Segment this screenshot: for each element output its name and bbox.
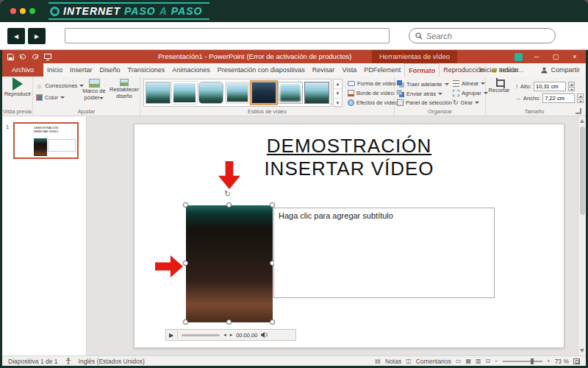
tab-formato[interactable]: Formato [404,63,440,77]
window-close-button[interactable] [10,8,16,14]
video-time: 00:00,00 [236,332,257,339]
video-style-thumbnail-selected[interactable] [251,82,276,104]
comments-button[interactable]: Comentarios [416,358,451,365]
save-icon[interactable] [7,54,14,60]
maximize-icon[interactable]: ▢ [548,50,564,63]
tab-animaciones[interactable]: Animaciones [168,63,214,77]
slide-sorter-view-icon[interactable]: ▦ [465,358,471,364]
teal-app-icon[interactable] [514,53,523,61]
corrections-button[interactable]: ☼ Correcciones [36,82,84,89]
video-border-button[interactable]: Borde de vídeo [348,90,401,96]
browser-toolbar: ◂ ▸ [0,22,588,50]
tab-insertar[interactable]: Insertar [66,63,96,77]
height-input[interactable] [534,82,566,91]
tab-diseno[interactable]: Diseño [96,63,124,77]
video-style-thumbnail[interactable] [198,82,223,104]
scroll-down-icon[interactable] [580,349,584,353]
window-zoom-button[interactable] [29,8,35,14]
reading-view-icon[interactable]: ▥ [476,358,481,364]
undo-icon[interactable] [19,54,26,60]
slide-thumbnail[interactable]: DEMOSTRACIÓN INSERTAR VÍDEO [13,122,79,159]
gallery-more-icon[interactable]: ▼ [334,99,342,108]
search-box[interactable] [409,28,556,43]
tab-archivo[interactable]: Archivo [2,63,43,77]
close-icon[interactable]: × [567,50,583,63]
fit-to-window-icon[interactable] [573,358,580,364]
video-style-thumbnail[interactable] [146,82,171,104]
tab-presentacion[interactable]: Presentación con diapositivas [214,63,309,77]
zoom-out-icon[interactable]: − [495,358,498,364]
title-textbox[interactable]: DEMOSTRACIÓN INSERTAR VÍDEO [135,135,564,180]
width-input[interactable] [542,93,575,103]
zoom-in-icon[interactable]: + [547,358,551,364]
minimize-icon[interactable]: ─ [528,50,545,63]
tab-revisar[interactable]: Revisar [309,63,339,77]
crop-button[interactable]: Recortar [486,78,512,94]
reset-design-button[interactable]: Restablecer diseño [110,79,139,99]
scroll-up-icon[interactable] [580,119,584,123]
tab-inicio[interactable]: Inicio [43,63,66,77]
notes-button[interactable]: Notas [385,358,401,365]
sign-in-button[interactable]: Iniciar sesión [479,63,518,77]
search-input[interactable] [426,32,549,40]
video-style-thumbnail[interactable] [278,82,303,104]
language-label[interactable]: Inglés (Estados Unidos) [79,358,145,365]
video-border-label: Borde de vídeo [356,90,394,96]
notes-icon: ▤ [375,358,381,364]
step-forward-button[interactable]: ▸ [230,332,233,338]
back-button[interactable]: ◂ [7,28,25,44]
height-spin-down[interactable] [568,87,575,91]
share-button[interactable]: Compartir [541,63,580,77]
tab-vista[interactable]: Vista [338,63,360,77]
video-object[interactable] [186,205,273,322]
video-progress-bar[interactable] [182,334,220,336]
volume-icon[interactable] [261,332,268,338]
subtitle-placeholder-box[interactable]: Haga clic para agregar subtítulo [273,208,495,298]
poster-frame-button[interactable]: Marco de póster [79,79,109,101]
address-bar[interactable] [65,28,390,43]
start-slideshow-icon[interactable] [44,54,51,60]
rotate-objects-button[interactable]: ↻ Girar [453,99,479,106]
size-dialog-launcher-icon[interactable] [576,108,581,114]
video-style-thumbnail[interactable] [225,82,250,104]
height-spin-up[interactable] [568,82,575,86]
send-backward-button[interactable]: Enviar atrás [397,90,442,97]
selection-handle[interactable] [270,202,275,208]
play-button[interactable]: ▶ [169,332,173,339]
forward-button[interactable]: ▸ [28,28,46,44]
selection-handle[interactable] [226,319,232,325]
bring-forward-button[interactable]: Traer adelante [397,80,449,88]
ribbon: Reproducir Vista previa ☼ Correcciones C… [2,77,586,116]
window-minimize-button[interactable] [20,8,26,14]
group-objects-button[interactable]: Agrupar [453,90,488,96]
vertical-scrollbar[interactable] [578,116,586,355]
width-spin-down[interactable] [577,99,584,103]
video-style-thumbnail[interactable] [304,82,329,104]
zoom-slider[interactable] [503,361,542,362]
gallery-up-icon[interactable]: ▲ [334,79,342,89]
tab-transiciones[interactable]: Transiciones [124,63,169,77]
redo-icon[interactable] [32,54,39,60]
selection-handle[interactable] [226,202,232,208]
selection-handle[interactable] [183,319,188,325]
zoom-slider-thumb[interactable] [531,358,534,364]
bring-forward-label: Traer adelante [406,81,442,88]
video-style-thumbnail[interactable] [172,82,197,104]
scrollbar-thumb[interactable] [580,127,585,215]
selection-handle[interactable] [270,319,275,325]
selection-handle[interactable] [183,261,188,266]
selection-handle[interactable] [183,202,188,208]
zoom-level-label[interactable]: 73 % [555,358,569,365]
selection-pane-button[interactable]: Panel de selección [397,99,452,106]
align-button[interactable]: Alinear [453,80,485,87]
color-button[interactable]: Color [36,94,65,101]
normal-view-icon[interactable]: ▭ [456,358,462,364]
width-spin-up[interactable] [577,93,584,98]
play-preview-button[interactable]: Reproducir [3,77,32,98]
rotate-handle-icon[interactable]: ↻ [224,189,231,199]
group-label-estilos: Estilos de vídeo [140,108,394,115]
slideshow-view-icon[interactable]: ⊡ [486,358,491,364]
tab-pdfelement[interactable]: PDFelement [360,63,404,77]
step-back-button[interactable]: ◂ [223,332,226,338]
gallery-down-icon[interactable]: ▼ [334,89,342,99]
